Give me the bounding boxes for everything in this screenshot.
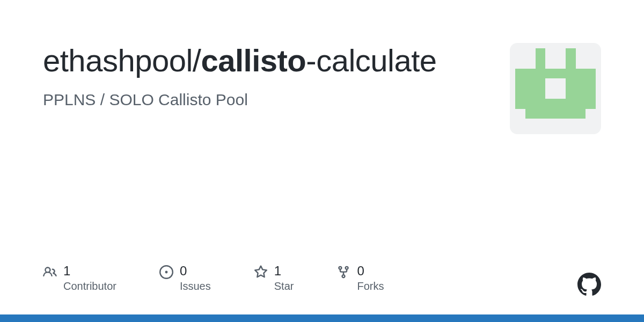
repo-slash: / <box>193 43 201 78</box>
title-block: ethashpool/callisto-calculate PPLNS / SO… <box>43 43 437 109</box>
stats-row: 1 Contributor 0 Issues 1 Star <box>43 264 384 292</box>
social-card: ethashpool/callisto-calculate PPLNS / SO… <box>0 0 644 322</box>
svg-rect-9 <box>566 89 596 99</box>
repo-name-hyphen: - <box>306 43 316 78</box>
stat-text: 1 Contributor <box>63 264 116 292</box>
accent-bar <box>0 314 644 322</box>
fork-icon <box>336 265 350 279</box>
contributors-count: 1 <box>63 264 116 278</box>
svg-rect-8 <box>515 89 545 99</box>
stat-forks: 0 Forks <box>336 264 384 292</box>
svg-rect-3 <box>536 58 546 69</box>
repo-description: PPLNS / SOLO Callisto Pool <box>43 91 437 109</box>
issue-icon <box>159 265 173 279</box>
svg-rect-10 <box>515 99 596 109</box>
svg-rect-1 <box>536 48 546 58</box>
svg-rect-6 <box>515 78 545 89</box>
stars-label: Star <box>274 280 294 292</box>
people-icon <box>43 265 57 279</box>
svg-rect-7 <box>566 78 596 89</box>
github-logo-icon <box>577 273 601 296</box>
repo-name-part1: callisto <box>201 43 306 78</box>
stat-contributors: 1 Contributor <box>43 264 116 292</box>
svg-rect-5 <box>515 69 596 79</box>
repo-title: ethashpool/callisto-calculate <box>43 43 437 79</box>
svg-rect-4 <box>566 58 576 69</box>
stars-count: 1 <box>274 264 294 278</box>
stat-issues: 0 Issues <box>159 264 211 292</box>
contributors-label: Contributor <box>63 280 116 292</box>
issues-count: 0 <box>180 264 211 278</box>
repo-name-part2: calculate <box>316 43 436 78</box>
forks-label: Forks <box>357 280 384 292</box>
stat-text: 0 Forks <box>357 264 384 292</box>
svg-rect-2 <box>566 48 576 58</box>
stat-stars: 1 Star <box>254 264 294 292</box>
repo-owner: ethashpool <box>43 43 193 78</box>
stat-text: 1 Star <box>274 264 294 292</box>
header-row: ethashpool/callisto-calculate PPLNS / SO… <box>43 43 601 134</box>
forks-count: 0 <box>357 264 384 278</box>
svg-rect-11 <box>525 109 586 119</box>
issues-label: Issues <box>180 280 211 292</box>
avatar <box>510 43 601 134</box>
identicon-icon <box>515 48 596 129</box>
star-icon <box>254 265 268 279</box>
stat-text: 0 Issues <box>180 264 211 292</box>
